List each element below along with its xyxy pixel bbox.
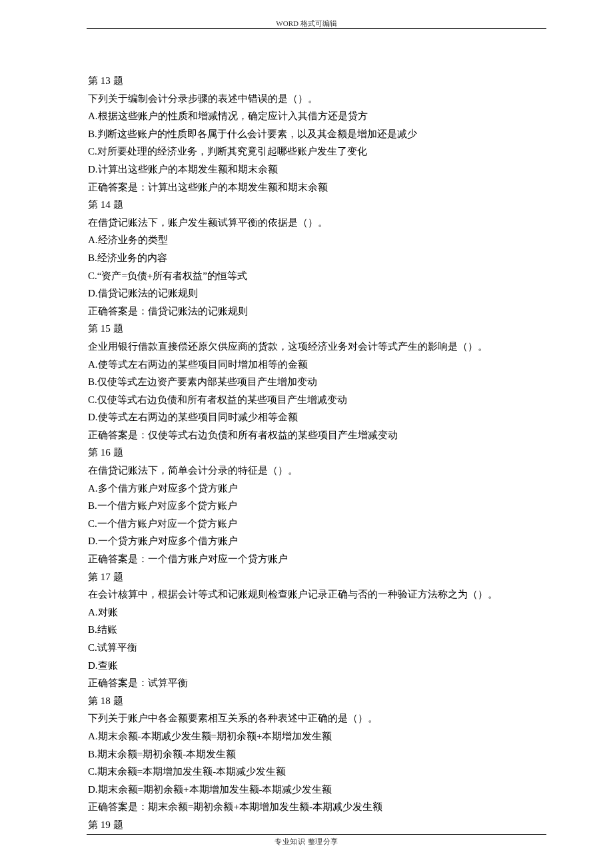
question-stem: 下列关于账户中各金额要素相互关系的各种表述中正确的是（）。 xyxy=(88,709,546,727)
question-option: B.经济业务的内容 xyxy=(88,249,546,267)
question-heading: 第 14 题 xyxy=(88,196,546,214)
document-page: WORD 格式可编辑 第 13 题 下列关于编制会计分录步骤的表述中错误的是（）… xyxy=(0,0,613,868)
question-heading: 第 15 题 xyxy=(88,320,546,338)
question-stem: 在借贷记账法下，简单会计分录的特征是（）。 xyxy=(88,462,546,480)
footer-rule xyxy=(87,834,546,835)
question-option: C.仅使等式右边负债和所有者权益的某些项目产生增减变动 xyxy=(88,391,546,409)
question-option: D.期末余额=期初余额+本期增加发生额-本期减少发生额 xyxy=(88,781,546,799)
question-heading: 第 17 题 xyxy=(88,568,546,586)
question-answer: 正确答案是：期末余额=期初余额+本期增加发生额-本期减少发生额 xyxy=(88,798,546,816)
question-option: C.试算平衡 xyxy=(88,639,546,657)
question-option: D.计算出这些账户的本期发生额和期末余额 xyxy=(88,161,546,179)
question-option: A.多个借方账户对应多个贷方账户 xyxy=(88,480,546,498)
question-answer: 正确答案是：试算平衡 xyxy=(88,674,546,692)
question-stem: 在借贷记账法下，账户发生额试算平衡的依据是（）。 xyxy=(88,214,546,232)
question-option: B.结账 xyxy=(88,621,546,639)
question-heading: 第 18 题 xyxy=(88,692,546,710)
question-option: A.对账 xyxy=(88,604,546,622)
question-stem: 在会计核算中，根据会计等式和记账规则检查账户记录正确与否的一种验证方法称之为（）… xyxy=(88,586,546,604)
question-option: B.判断这些账户的性质即各属于什么会计要素，以及其金额是增加还是减少 xyxy=(88,125,546,143)
question-option: C.期末余额=本期增加发生额-本期减少发生额 xyxy=(88,763,546,781)
question-option: D.一个贷方账户对应多个借方账户 xyxy=(88,532,546,550)
question-heading: 第 13 题 xyxy=(88,72,546,90)
question-option: A.经济业务的类型 xyxy=(88,231,546,249)
document-content: 第 13 题 下列关于编制会计分录步骤的表述中错误的是（）。 A.根据这些账户的… xyxy=(88,72,546,834)
question-stem: 下列关于编制会计分录步骤的表述中错误的是（）。 xyxy=(88,90,546,108)
question-option: A.期末余额-本期减少发生额=期初余额+本期增加发生额 xyxy=(88,727,546,745)
question-option: C.“资产=负债+所有者权益”的恒等式 xyxy=(88,267,546,285)
question-heading: 第 16 题 xyxy=(88,444,546,462)
question-option: B.一个借方账户对应多个贷方账户 xyxy=(88,497,546,515)
question-option: A.使等式左右两边的某些项目同时增加相等的金额 xyxy=(88,356,546,374)
question-option: B.仅使等式左边资产要素内部某些项目产生增加变动 xyxy=(88,373,546,391)
question-answer: 正确答案是：一个借方账户对应一个贷方账户 xyxy=(88,550,546,568)
question-option: B.期末余额=期初余额-本期发生额 xyxy=(88,745,546,763)
question-stem: 企业用银行借款直接偿还原欠供应商的货款，这项经济业务对会计等式产生的影响是（）。 xyxy=(88,338,546,356)
question-answer: 正确答案是：计算出这些账户的本期发生额和期末余额 xyxy=(88,179,546,197)
question-option: D.使等式左右两边的某些项目同时减少相等金额 xyxy=(88,408,546,426)
page-footer: 专业知识 整理分享 xyxy=(0,837,613,847)
question-answer: 正确答案是：借贷记账法的记账规则 xyxy=(88,302,546,320)
question-heading: 第 19 题 xyxy=(88,816,546,834)
question-option: D.借贷记账法的记账规则 xyxy=(88,284,546,302)
question-option: C.对所要处理的经济业务，判断其究竟引起哪些账户发生了变化 xyxy=(88,143,546,161)
page-header: WORD 格式可编辑 xyxy=(0,19,613,29)
question-option: C.一个借方账户对应一个贷方账户 xyxy=(88,515,546,533)
question-answer: 正确答案是：仅使等式右边负债和所有者权益的某些项目产生增减变动 xyxy=(88,426,546,444)
question-option: A.根据这些账户的性质和增减情况，确定应计入其借方还是贷方 xyxy=(88,107,546,125)
header-rule xyxy=(87,28,546,29)
question-option: D.查账 xyxy=(88,657,546,675)
